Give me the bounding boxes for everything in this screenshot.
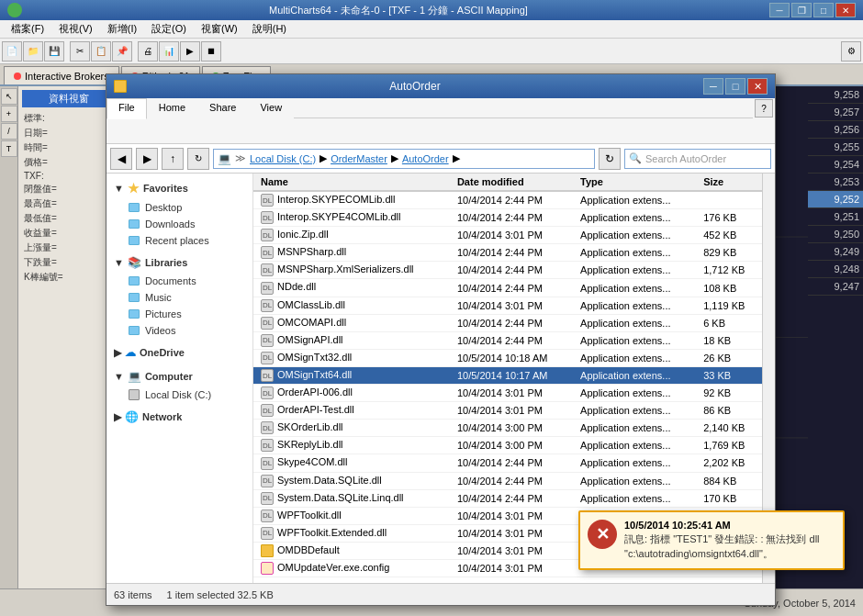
explorer-title: AutoOrder [127, 80, 703, 93]
search-icon: 🔍 [629, 152, 642, 164]
table-row[interactable]: DLSKOrderLib.dll 10/4/2014 3:00 PM Appli… [253, 420, 762, 437]
menu-view[interactable]: 視視(V) [51, 20, 100, 38]
file-size-cell: 26 KB [696, 349, 762, 366]
table-row[interactable]: DLInterop.SKYPE4COMLib.dll 10/4/2014 2:4… [253, 209, 762, 227]
sidebar-item-documents[interactable]: Documents [106, 273, 252, 289]
tb-save[interactable]: 💾 [44, 41, 64, 62]
main-window: MultiCharts64 - 未命名-0 - [TXF - 1 分鐘 - AS… [0, 0, 863, 616]
sidebar-network-header[interactable]: ▶ 🌐 Network [106, 407, 252, 427]
sidebar-music-label: Music [145, 292, 172, 303]
address-path[interactable]: 💻 ≫ Local Disk (C:) ▶ OrderMaster ▶ Auto… [213, 149, 595, 169]
toolbar: 📄 📁 💾 ✂ 📋 📌 🖨 📊 ▶ ⏹ ⚙ [0, 39, 863, 64]
addr-path-autoorder[interactable]: AutoOrder [398, 153, 453, 164]
table-row[interactable]: DLOMCOMAPI.dll 10/4/2014 2:44 PM Applica… [253, 314, 762, 331]
table-row[interactable]: DLSKReplyLib.dll 10/4/2014 3:00 PM Appli… [253, 437, 762, 454]
menu-help[interactable]: 說明(H) [245, 20, 294, 38]
restore-button[interactable]: ❐ [791, 3, 812, 17]
menu-settings[interactable]: 設定(O) [144, 20, 194, 38]
file-date-cell: 10/4/2014 3:01 PM [450, 227, 573, 244]
file-name-cell: DLSKReplyLib.dll [253, 437, 450, 454]
table-row[interactable]: DLIonic.Zip.dll 10/4/2014 3:01 PM Applic… [253, 227, 762, 244]
col-header-type[interactable]: Type [573, 174, 696, 191]
table-row[interactable]: DLOMSignTxt32.dll 10/5/2014 10:18 AM App… [253, 349, 762, 366]
close-button[interactable]: ✕ [835, 3, 856, 17]
tb-print[interactable]: 🖨 [138, 41, 158, 62]
table-row[interactable]: DLMSNPSharp.XmlSerializers.dll 10/4/2014… [253, 262, 762, 279]
table-row[interactable]: DLOMSignAPI.dll 10/4/2014 2:44 PM Applic… [253, 331, 762, 349]
tb-settings[interactable]: ⚙ [841, 41, 861, 62]
sidebar-item-music[interactable]: Music [106, 289, 252, 306]
tb-stop[interactable]: ⏹ [201, 41, 221, 62]
vt-cross[interactable]: + [1, 106, 17, 122]
sidebar-computer-label: Computer [145, 371, 193, 382]
col-header-size[interactable]: Size [696, 174, 762, 191]
menu-new[interactable]: 新增(I) [100, 20, 144, 38]
vt-arrow[interactable]: ↖ [1, 88, 17, 105]
explorer-minimize[interactable]: ─ [703, 78, 723, 95]
vt-text[interactable]: T [1, 140, 17, 157]
vt-line[interactable]: / [1, 123, 17, 140]
ribbon-tab-home[interactable]: Home [147, 98, 197, 118]
sidebar-item-recent[interactable]: Recent places [106, 232, 252, 249]
ribbon-tab-share[interactable]: Share [197, 98, 248, 118]
tb-run[interactable]: ▶ [180, 41, 200, 62]
library-icon: 📚 [128, 256, 141, 269]
table-row[interactable]: DLInterop.SKYPECOMLib.dll 10/4/2014 2:44… [253, 191, 762, 209]
sidebar-favorites-header[interactable]: ▼ ★ Favorites [106, 177, 252, 199]
nav-refresh-button[interactable]: ↻ [187, 148, 209, 170]
file-size-cell: 86 KB [696, 402, 762, 420]
menu-window[interactable]: 視窗(W) [194, 20, 245, 38]
sidebar-item-pictures[interactable]: Pictures [106, 306, 252, 322]
nav-up-button[interactable]: ↑ [162, 148, 184, 170]
col-header-date[interactable]: Date modified [450, 174, 573, 191]
tb-copy[interactable]: 📋 [91, 41, 111, 62]
nav-forward-button[interactable]: ▶ [136, 148, 158, 170]
sidebar-item-downloads[interactable]: Downloads [106, 216, 252, 232]
table-row[interactable]: DLOMClassLib.dll 10/4/2014 3:01 PM Appli… [253, 297, 762, 314]
ribbon-tab-file[interactable]: File [106, 98, 147, 119]
addr-path-localdisk[interactable]: Local Disk (C:) [246, 153, 319, 164]
file-date-cell: 10/4/2014 3:00 PM [450, 420, 573, 437]
file-name-cell: DLSkype4COM.dll [253, 454, 450, 472]
explorer-maximize[interactable]: □ [725, 78, 745, 95]
addr-refresh-btn[interactable]: ↻ [599, 148, 621, 170]
table-row[interactable]: DLNDde.dll 10/4/2014 2:44 PM Application… [253, 279, 762, 297]
col-header-name[interactable]: Name [253, 174, 450, 191]
table-row[interactable]: DLSkype4COM.dll 10/4/2014 2:44 PM Applic… [253, 454, 762, 472]
field-high-label: 最高值= [24, 197, 57, 210]
minimize-button[interactable]: ─ [769, 3, 790, 17]
file-size-cell: 1,712 KB [696, 262, 762, 279]
sidebar-computer-header[interactable]: ▼ 💻 Computer [106, 366, 252, 386]
sidebar-libraries-header[interactable]: ▼ 📚 Libraries [106, 252, 252, 273]
tb-cut[interactable]: ✂ [70, 41, 90, 62]
table-row[interactable]: DLOrderAPI-Test.dll 10/4/2014 3:01 PM Ap… [253, 402, 762, 420]
tb-chart[interactable]: 📊 [159, 41, 179, 62]
table-row[interactable]: DLSystem.Data.SQLite.Linq.dll 10/4/2014 … [253, 489, 762, 507]
tb-paste[interactable]: 📌 [112, 41, 132, 62]
dll-icon: DL [261, 492, 274, 505]
tb-open[interactable]: 📁 [23, 41, 43, 62]
menu-file[interactable]: 檔案(F) [4, 20, 51, 38]
sidebar-onedrive-header[interactable]: ▶ ☁ OneDrive [106, 342, 252, 363]
file-size-cell: 829 KB [696, 244, 762, 262]
search-box[interactable]: 🔍 Search AutoOrder [624, 149, 771, 169]
title-bar: MultiCharts64 - 未命名-0 - [TXF - 1 分鐘 - AS… [0, 0, 863, 20]
file-name-cell: DLOMClassLib.dll [253, 297, 450, 314]
nav-back-button[interactable]: ◀ [110, 148, 132, 170]
table-row[interactable]: DLMSNPSharp.dll 10/4/2014 2:44 PM Applic… [253, 244, 762, 262]
explorer-close[interactable]: ✕ [747, 78, 768, 95]
broker-tab-ib[interactable]: Interactive Brokers [4, 66, 119, 84]
sidebar-item-videos[interactable]: Videos [106, 322, 252, 339]
table-row[interactable]: DLOMSignTxt64.dll 10/5/2014 10:17 AM App… [253, 366, 762, 384]
maximize-button[interactable]: □ [813, 3, 834, 17]
sidebar-item-desktop[interactable]: Desktop [106, 199, 252, 216]
table-row[interactable]: DLOrderAPI-006.dll 10/4/2014 3:01 PM App… [253, 385, 762, 402]
ribbon-help-button[interactable]: ? [755, 99, 773, 118]
ribbon-tab-view[interactable]: View [248, 98, 294, 118]
sidebar-item-localdisk[interactable]: Local Disk (C:) [106, 386, 252, 403]
addr-path-ordermaster[interactable]: OrderMaster [327, 153, 391, 164]
table-row[interactable]: DLSystem.Data.SQLite.dll 10/4/2014 2:44 … [253, 472, 762, 489]
field-row-close: 閉盤值= [22, 182, 115, 196]
tb-new[interactable]: 📄 [2, 41, 22, 62]
file-type-cell: Application extens... [573, 454, 696, 472]
